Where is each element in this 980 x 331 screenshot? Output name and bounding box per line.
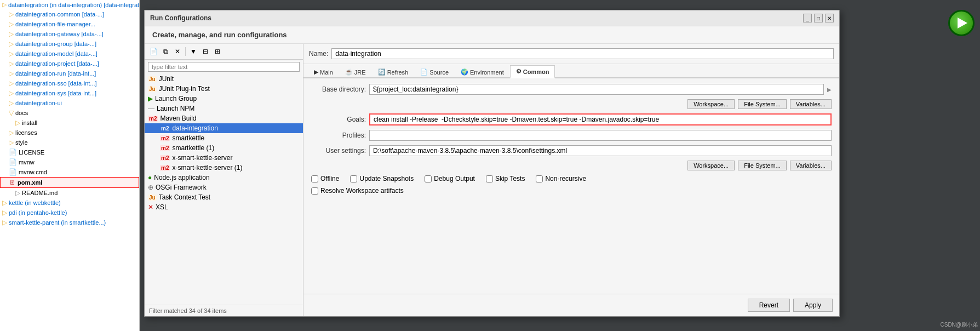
config-tree-item-xsmartkettle[interactable]: m2 x-smart-kettle-server (145, 153, 303, 163)
tree-item[interactable]: ▷ dataintegration-run [data-int...] (0, 69, 139, 78)
config-tree-item-xsl[interactable]: ✕ XSL (145, 202, 303, 212)
npm-icon: — (148, 105, 154, 112)
debug-output-checkbox-label[interactable]: Debug Output (425, 175, 475, 182)
config-left-panel: 📄 ⧉ ✕ ▼ ⊟ ⊞ Ju JUnit J (145, 44, 303, 316)
tree-item[interactable]: ▷ licenses (0, 128, 139, 138)
run-button[interactable] (948, 10, 975, 36)
config-tree-item-maven-build[interactable]: m2 Maven Build (145, 113, 303, 123)
launch-group-icon: ▶ (148, 95, 153, 102)
tree-item[interactable]: ▷ dataintegration-file-manager... (0, 19, 139, 29)
folder-icon: ▷ (9, 10, 14, 18)
debug-output-checkbox[interactable] (425, 175, 432, 182)
pom-xml-item[interactable]: 🗎 pom.xml (0, 177, 139, 188)
tree-item[interactable]: ▷ dataintegration (in data-integration) … (0, 0, 139, 9)
main-tab-icon: ▶ (314, 69, 318, 76)
variables-button-2[interactable]: Variables... (790, 161, 832, 170)
filesystem-button-2[interactable]: File System... (738, 161, 787, 170)
goals-input[interactable] (369, 113, 832, 125)
config-tree-item-osgi[interactable]: ⊕ OSGi Framework (145, 182, 303, 192)
file-tree-panel: ▷ dataintegration (in data-integration) … (0, 0, 140, 331)
filter-button[interactable]: ▼ (188, 46, 199, 57)
tree-item[interactable]: ▷ dataintegration-common [data-...] (0, 9, 139, 19)
tree-item[interactable]: ▷ dataintegration-sso [data-int...] (0, 78, 139, 88)
duplicate-config-button[interactable]: ⧉ (160, 46, 171, 57)
name-input[interactable] (331, 48, 834, 59)
filter-input[interactable] (148, 62, 300, 72)
tree-item[interactable]: ▷ pdi (in pentaho-kettle) (0, 208, 139, 218)
config-tree-item-xsmartkettle-1[interactable]: m2 x-smart-kettle-server (1) (145, 163, 303, 173)
tree-item[interactable]: ▽ docs (0, 108, 139, 118)
tabs-row: ▶ Main ☕ JRE 🔄 Refresh 📄 Source (303, 64, 839, 78)
offline-checkbox-label[interactable]: Offline (311, 175, 339, 182)
name-label: Name: (309, 50, 328, 58)
tree-item[interactable]: ▷ dataintegration-project [data-...] (0, 59, 139, 69)
dialog-body: 📄 ⧉ ✕ ▼ ⊟ ⊞ Ju JUnit J (145, 44, 839, 316)
config-tree-item-task-context[interactable]: Ju Task Context Test (145, 192, 303, 202)
tab-environment[interactable]: 🌍 Environment (455, 66, 510, 78)
config-tree-item-nodejs[interactable]: ● Node.js application (145, 173, 303, 182)
jre-tab-icon: ☕ (345, 69, 353, 76)
workspace-button-1[interactable]: Workspace... (687, 99, 735, 109)
config-tree-item-launch-npm[interactable]: — Launch NPM (145, 104, 303, 113)
resolve-workspace-checkbox[interactable] (311, 187, 318, 195)
project-icon: ▷ (2, 1, 7, 8)
config-tree: Ju JUnit Ju JUnit Plug-in Test ▶ Launch … (145, 74, 303, 305)
tab-common[interactable]: ⚙ Common (510, 65, 555, 78)
tree-item[interactable]: ▷ kettle (in webkettle) (0, 198, 139, 208)
tree-item[interactable]: ▷ dataintegration-sys [data-int...] (0, 88, 139, 98)
skip-tests-checkbox[interactable] (486, 175, 493, 182)
config-tree-item-launch-group[interactable]: ▶ Launch Group (145, 94, 303, 104)
tree-item[interactable]: ▷ dataintegration-ui (0, 98, 139, 108)
goals-label: Goals: (311, 116, 366, 123)
tab-source[interactable]: 📄 Source (414, 66, 455, 78)
resolve-workspace-checkbox-label[interactable]: Resolve Workspace artifacts (311, 187, 832, 195)
tab-jre[interactable]: ☕ JRE (339, 66, 372, 78)
offline-checkbox[interactable] (311, 175, 318, 182)
config-tree-item-smartkettle-1[interactable]: m2 smartkettle (1) (145, 143, 303, 153)
skip-tests-checkbox-label[interactable]: Skip Tests (486, 175, 525, 182)
config-tree-item-junit[interactable]: Ju JUnit (145, 74, 303, 84)
workspace-button-2[interactable]: Workspace... (687, 161, 735, 170)
dialog-footer: Revert Apply (303, 294, 839, 316)
apply-button[interactable]: Apply (793, 299, 833, 312)
config-tree-item-data-integration[interactable]: m2 data-integration (145, 123, 303, 133)
tree-item[interactable]: ▷ smart-kettle-parent (in smartkettle...… (0, 218, 139, 227)
revert-button[interactable]: Revert (748, 299, 790, 312)
update-snapshots-checkbox[interactable] (350, 175, 357, 182)
user-settings-input[interactable] (369, 145, 832, 156)
variables-button-1[interactable]: Variables... (790, 99, 832, 109)
tree-item[interactable]: ▷ dataintegration-gateway [data-...] (0, 29, 139, 39)
tab-refresh[interactable]: 🔄 Refresh (372, 66, 415, 78)
close-button[interactable]: ✕ (825, 14, 834, 22)
folder-icon: ▷ (9, 40, 14, 48)
tree-item[interactable]: ▷ install (0, 118, 139, 128)
file-icon: 📄 (9, 158, 17, 166)
tree-item[interactable]: ▷ dataintegration-group [data-...] (0, 39, 139, 49)
maven-smartkettle1-icon: m2 (160, 145, 170, 151)
new-config-button[interactable]: 📄 (148, 46, 159, 57)
tree-item[interactable]: 📄 mvnw.cmd (0, 167, 139, 177)
tree-item[interactable]: 📄 mvnw (0, 157, 139, 167)
tree-item[interactable]: ▷ dataintegration-model [data-...] (0, 49, 139, 59)
maximize-button[interactable]: □ (814, 14, 823, 22)
non-recursive-checkbox-label[interactable]: Non-recursive (536, 175, 586, 182)
profiles-input[interactable] (369, 130, 832, 141)
toolbar-separator (185, 47, 186, 56)
scroll-indicator: ▶ (827, 87, 832, 93)
tree-item[interactable]: 📄 LICENSE (0, 147, 139, 157)
tab-main[interactable]: ▶ Main (308, 66, 339, 78)
minimize-button[interactable]: _ (803, 14, 812, 22)
checkbox-group: Offline Update Snapshots Debug Output (311, 175, 832, 195)
tree-item[interactable]: ▷ README.md (0, 188, 139, 198)
update-snapshots-checkbox-label[interactable]: Update Snapshots (350, 175, 414, 182)
config-tree-item-smartkettle[interactable]: m2 smartkettle (145, 133, 303, 143)
filesystem-button-1[interactable]: File System... (738, 99, 787, 109)
non-recursive-checkbox[interactable] (536, 175, 543, 182)
maven-smartkettle-icon: m2 (160, 135, 170, 141)
config-tree-item-junit-plugin[interactable]: Ju JUnit Plug-in Test (145, 84, 303, 94)
delete-config-button[interactable]: ✕ (172, 46, 183, 57)
base-directory-input[interactable] (369, 84, 824, 95)
collapse-all-button[interactable]: ⊟ (200, 46, 211, 57)
expand-all-button[interactable]: ⊞ (212, 46, 223, 57)
tree-item[interactable]: ▷ style (0, 138, 139, 147)
